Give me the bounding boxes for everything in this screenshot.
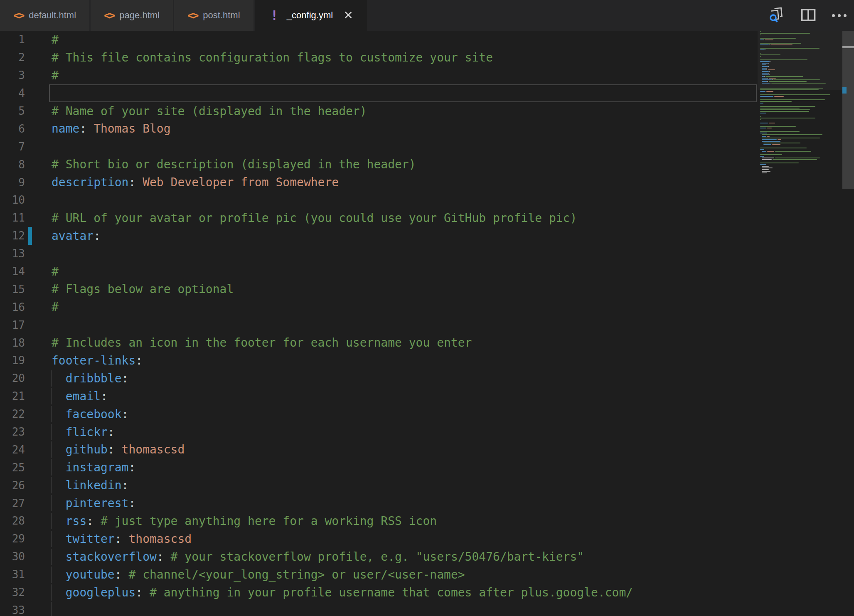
close-tab-button[interactable] xyxy=(343,10,354,22)
line-number[interactable]: 21 xyxy=(0,390,25,402)
code-line-12[interactable]: 12avatar: xyxy=(0,227,757,245)
code-line-14[interactable]: 14# xyxy=(0,263,757,281)
line-number[interactable]: 10 xyxy=(0,194,25,206)
code-line-17[interactable]: 17 xyxy=(0,316,757,334)
line-number[interactable]: 20 xyxy=(0,372,25,384)
tab-_config.yml[interactable]: !_config.yml xyxy=(255,0,369,31)
gutter xyxy=(25,423,49,441)
line-content: github: thomascsd xyxy=(49,441,757,458)
code-line-10[interactable]: 10 xyxy=(0,191,757,209)
line-number[interactable]: 31 xyxy=(0,568,25,581)
line-number[interactable]: 24 xyxy=(0,444,25,456)
code-line-1[interactable]: 1# xyxy=(0,31,757,49)
vertical-scrollbar[interactable] xyxy=(842,31,854,616)
overview-modified-mark xyxy=(842,87,847,94)
code-line-22[interactable]: 22 facebook: xyxy=(0,405,757,423)
tab-post.html[interactable]: <>post.html xyxy=(174,0,255,31)
code-line-18[interactable]: 18# Includes an icon in the footer for e… xyxy=(0,334,757,352)
line-number[interactable]: 22 xyxy=(0,408,25,420)
line-number[interactable]: 5 xyxy=(0,105,25,117)
line-number[interactable]: 14 xyxy=(0,265,25,278)
code-line-20[interactable]: 20 dribbble: xyxy=(0,370,757,387)
gutter xyxy=(25,584,49,601)
line-number[interactable]: 30 xyxy=(0,550,25,563)
minimap[interactable] xyxy=(758,31,842,616)
scrollbar-thumb[interactable] xyxy=(842,31,854,189)
code-line-11[interactable]: 11# URL of your avatar or profile pic (y… xyxy=(0,209,757,227)
gutter xyxy=(25,84,49,102)
gutter xyxy=(25,298,49,316)
code-line-28[interactable]: 28 rss: # just type anything here for a … xyxy=(0,512,757,530)
line-number[interactable]: 4 xyxy=(0,87,25,99)
tab-default.html[interactable]: <>default.html xyxy=(0,0,91,31)
code-line-2[interactable]: 2# This file contains configuration flag… xyxy=(0,49,757,67)
token: youtube xyxy=(52,568,115,582)
tab-page.html[interactable]: <>page.html xyxy=(91,0,174,31)
line-number[interactable]: 12 xyxy=(0,229,25,242)
code-line-24[interactable]: 24 github: thomascsd xyxy=(0,441,757,458)
token: : xyxy=(79,122,86,136)
code-line-25[interactable]: 25 instagram: xyxy=(0,458,757,476)
minimap-row xyxy=(758,172,842,174)
split-editor-button[interactable] xyxy=(800,7,816,24)
line-number[interactable]: 23 xyxy=(0,426,25,438)
line-number[interactable]: 25 xyxy=(0,461,25,474)
code-line-27[interactable]: 27 pinterest: xyxy=(0,494,757,512)
code-line-7[interactable]: 7 xyxy=(0,138,757,155)
token: # anything in your profile username that… xyxy=(143,586,633,599)
line-content: footer-links: xyxy=(49,352,757,370)
code-line-6[interactable]: 6name: Thomas Blog xyxy=(0,120,757,138)
code-line-30[interactable]: 30 stackoverflow: # your stackoverflow p… xyxy=(0,548,757,566)
line-number[interactable]: 29 xyxy=(0,532,25,545)
line-content: googleplus: # anything in your profile u… xyxy=(49,584,757,601)
code-line-8[interactable]: 8# Short bio or description (displayed i… xyxy=(0,155,757,173)
code-line-15[interactable]: 15# Flags below are optional xyxy=(0,280,757,298)
line-number[interactable]: 8 xyxy=(0,158,25,171)
more-actions-button[interactable] xyxy=(832,14,847,17)
line-number[interactable]: 2 xyxy=(0,51,25,64)
line-number[interactable]: 17 xyxy=(0,319,25,331)
line-number[interactable]: 26 xyxy=(0,479,25,492)
line-number[interactable]: 19 xyxy=(0,354,25,367)
line-number[interactable]: 33 xyxy=(0,604,25,616)
line-number[interactable]: 18 xyxy=(0,337,25,349)
code-line-21[interactable]: 21 email: xyxy=(0,387,757,405)
modified-line-indicator xyxy=(28,227,32,245)
token: : xyxy=(135,354,143,367)
line-number[interactable]: 16 xyxy=(0,301,25,313)
gutter xyxy=(25,191,49,209)
code-area[interactable]: 1#2# This file contains configuration fl… xyxy=(0,31,757,616)
token: : xyxy=(128,496,135,510)
line-number[interactable]: 27 xyxy=(0,497,25,510)
close-icon xyxy=(343,10,354,22)
code-line-33[interactable]: 33 xyxy=(0,601,757,616)
code-line-32[interactable]: 32 googleplus: # anything in your profil… xyxy=(0,584,757,601)
code-line-9[interactable]: 9description: Web Developer from Somewhe… xyxy=(0,173,757,191)
line-number[interactable]: 11 xyxy=(0,212,25,224)
line-number[interactable]: 1 xyxy=(0,33,25,46)
line-number[interactable]: 6 xyxy=(0,123,25,135)
code-line-23[interactable]: 23 flickr: xyxy=(0,423,757,441)
code-line-19[interactable]: 19footer-links: xyxy=(0,352,757,370)
overview-cursor-mark xyxy=(842,46,854,48)
editor-pane: 1#2# This file contains configuration fl… xyxy=(0,31,854,616)
line-number[interactable]: 15 xyxy=(0,283,25,296)
line-number[interactable]: 32 xyxy=(0,586,25,599)
code-line-3[interactable]: 3# xyxy=(0,67,757,84)
line-number[interactable]: 28 xyxy=(0,515,25,527)
code-line-16[interactable]: 16# xyxy=(0,298,757,316)
code-line-4[interactable]: 4 xyxy=(0,84,757,102)
line-number[interactable]: 3 xyxy=(0,69,25,81)
code-line-5[interactable]: 5# Name of your site (displayed in the h… xyxy=(0,102,757,120)
line-number[interactable]: 7 xyxy=(0,140,25,153)
line-number[interactable]: 13 xyxy=(0,247,25,260)
tab-list: <>default.html<>page.html<>post.html!_co… xyxy=(0,0,368,31)
line-content: # Includes an icon in the footer for eac… xyxy=(49,334,757,352)
code-line-31[interactable]: 31 youtube: # channel/<your_long_string>… xyxy=(0,566,757,584)
code-line-13[interactable]: 13 xyxy=(0,245,757,263)
code-line-26[interactable]: 26 linkedin: xyxy=(0,476,757,494)
code-line-29[interactable]: 29 twitter: thomascsd xyxy=(0,530,757,548)
gutter xyxy=(25,566,49,584)
line-number[interactable]: 9 xyxy=(0,176,25,189)
open-changes-button[interactable] xyxy=(768,7,785,25)
